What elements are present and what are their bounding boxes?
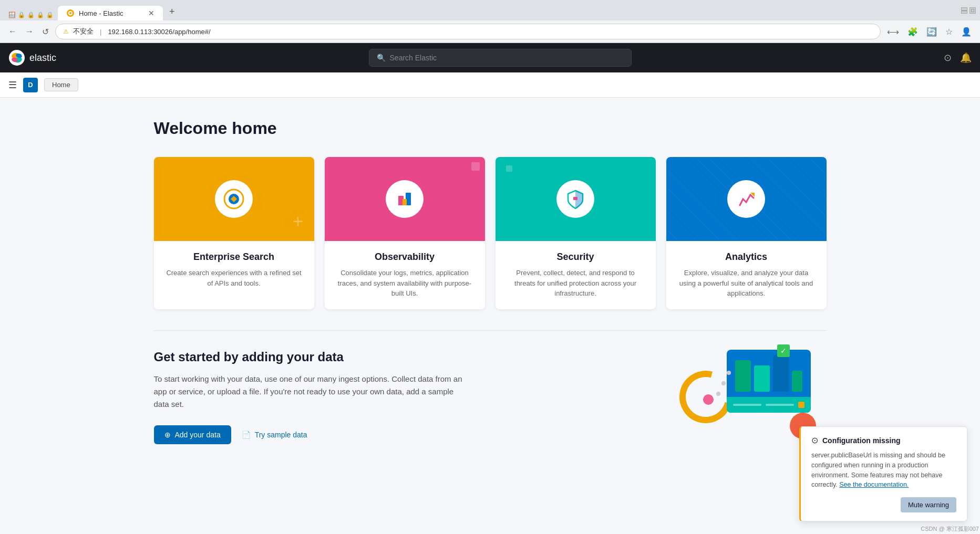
get-started-actions: ⊕ Add your data 📄 Try sample data xyxy=(154,425,648,444)
profile-icon[interactable]: 👤 xyxy=(959,25,974,39)
analytics-icon-circle xyxy=(727,180,765,218)
security-card[interactable]: Security Prevent, collect, detect, and r… xyxy=(496,157,656,309)
observability-icon-circle xyxy=(386,180,424,218)
browser-action-icons: ⟷ 🧩 🔄 ☆ 👤 xyxy=(885,25,974,39)
elastic-logo-icon xyxy=(8,49,25,66)
warning-toast-title: Configuration missing xyxy=(822,436,901,445)
tab-icon-5: 🔒 xyxy=(46,12,54,18)
security-icon xyxy=(565,189,586,210)
illus-line-2 xyxy=(766,404,794,406)
observability-icon xyxy=(394,189,415,210)
illus-dot-orange xyxy=(798,402,804,408)
analytics-card[interactable]: Analytics Explore, visualize, and analyz… xyxy=(666,157,827,309)
home-nav-btn[interactable]: Home xyxy=(44,78,78,91)
illus-screen-bottom xyxy=(727,397,811,413)
reload-button[interactable]: ↺ xyxy=(40,25,51,39)
add-data-label: Add your data xyxy=(175,431,221,439)
hamburger-menu-btn[interactable]: ☰ xyxy=(8,79,17,91)
back-button[interactable]: ← xyxy=(6,25,19,38)
observability-card-image xyxy=(325,157,485,241)
observability-card[interactable]: Observability Consolidate your logs, met… xyxy=(325,157,485,309)
svg-rect-12 xyxy=(403,199,407,205)
tab-title: Home - Elastic xyxy=(79,9,123,17)
nav-avatar[interactable]: D xyxy=(23,78,38,92)
main-content: Welcome home Enterprise Search Cre xyxy=(122,98,858,465)
security-warning-icon: ⚠ xyxy=(63,28,69,35)
warning-toast-header: ⊙ Configuration missing xyxy=(811,435,956,445)
search-bar-wrapper: 🔍 Search Elastic xyxy=(56,49,944,67)
tab-icon-3: 🔒 xyxy=(27,12,35,18)
security-card-image xyxy=(496,157,656,241)
section-divider xyxy=(154,330,827,331)
new-tab-btn[interactable]: + xyxy=(163,3,181,20)
minimize-btn[interactable]: — xyxy=(961,7,967,14)
tab-icon-2: 🔒 xyxy=(18,12,25,18)
elastic-header: elastic 🔍 Search Elastic ⊙ 🔔 xyxy=(0,43,980,72)
warning-toast-body: server.publicBaseUrl is missing and shou… xyxy=(811,451,956,490)
warning-doc-link[interactable]: See the documentation. xyxy=(839,481,909,488)
update-icon[interactable]: 🔄 xyxy=(924,25,939,39)
enterprise-search-card-image xyxy=(154,157,314,241)
enterprise-search-desc: Create search experiences with a refined… xyxy=(164,268,304,288)
try-sample-icon: 📄 xyxy=(242,431,251,439)
browser-tab-bar: 🪟 🔒 🔒 🔒 🔒 Home - Elastic ✕ + xyxy=(0,0,181,20)
tab-icon-4: 🔒 xyxy=(37,12,44,18)
extensions-icon[interactable]: 🧩 xyxy=(905,25,920,39)
tab-favicon xyxy=(66,9,75,17)
enterprise-search-card[interactable]: Enterprise Search Create search experien… xyxy=(154,157,314,309)
maximize-btn[interactable]: □ xyxy=(969,7,976,14)
analytics-desc: Explore, visualize, and analyze your dat… xyxy=(677,268,816,299)
forward-button[interactable]: → xyxy=(23,25,36,38)
add-data-btn[interactable]: ⊕ Add your data xyxy=(154,425,231,444)
illus-line-1 xyxy=(733,404,761,406)
enterprise-search-icon xyxy=(223,189,244,210)
illus-screen xyxy=(727,350,811,413)
try-sample-btn[interactable]: 📄 Try sample data xyxy=(242,431,307,439)
try-sample-label: Try sample data xyxy=(255,431,307,439)
illus-bar-3 xyxy=(773,355,789,392)
illus-dot2-2 xyxy=(727,371,731,375)
get-started-desc: To start working with your data, use one… xyxy=(154,373,469,411)
illus-bar-4 xyxy=(792,371,802,392)
svg-rect-13 xyxy=(573,197,577,200)
analytics-card-body: Analytics Explore, visualize, and analyz… xyxy=(666,241,827,309)
elastic-search-bar[interactable]: 🔍 Search Elastic xyxy=(369,49,632,67)
search-icon: 🔍 xyxy=(377,54,386,62)
security-icon-circle xyxy=(556,180,594,218)
elastic-logo[interactable]: elastic xyxy=(8,49,56,66)
illus-check: ✓ xyxy=(777,344,790,357)
notifications-icon[interactable]: 🔔 xyxy=(960,52,972,64)
illus-dot2-1 xyxy=(721,381,726,385)
header-right-icons: ⊙ 🔔 xyxy=(944,52,972,64)
bookmark-icon[interactable]: ☆ xyxy=(943,25,955,39)
cards-grid: Enterprise Search Create search experien… xyxy=(154,157,827,309)
security-title: Security xyxy=(506,252,645,263)
translate-icon[interactable]: ⟷ xyxy=(885,25,901,39)
illus-bar-2 xyxy=(754,365,770,392)
analytics-card-image xyxy=(666,157,827,241)
url-text: 192.168.0.113:30026/app/home#/ xyxy=(108,28,210,36)
observability-desc: Consolidate your logs, metrics, applicat… xyxy=(335,268,474,299)
get-started-section: Get started by adding your data To start… xyxy=(154,350,827,444)
help-icon[interactable]: ⊙ xyxy=(944,52,952,64)
illus-bar-1 xyxy=(735,360,751,392)
illus-circle-inner xyxy=(703,394,714,405)
browser-toolbar: ← → ↺ ⚠ 不安全 | 192.168.0.113:30026/app/ho… xyxy=(0,20,980,43)
address-bar[interactable]: ⚠ 不安全 | 192.168.0.113:30026/app/home#/ xyxy=(55,24,881,39)
enterprise-search-icon-circle xyxy=(215,180,253,218)
analytics-title: Analytics xyxy=(677,252,816,263)
warning-toast: ⊙ Configuration missing server.publicBas… xyxy=(799,426,967,495)
add-data-icon: ⊕ xyxy=(164,431,171,439)
enterprise-search-card-body: Enterprise Search Create search experien… xyxy=(154,241,314,299)
logo-text: elastic xyxy=(29,53,56,64)
elastic-nav: ☰ D Home xyxy=(0,72,980,98)
security-desc: Prevent, collect, detect, and respond to… xyxy=(506,268,645,299)
close-tab-btn[interactable]: ✕ xyxy=(148,9,154,17)
warning-toast-icon: ⊙ xyxy=(811,435,818,445)
welcome-title: Welcome home xyxy=(154,119,827,138)
observability-card-body: Observability Consolidate your logs, met… xyxy=(325,241,485,309)
active-tab[interactable]: Home - Elastic ✕ xyxy=(58,6,163,20)
illus-dot2-3 xyxy=(716,392,720,396)
svg-point-2 xyxy=(69,12,71,14)
window-controls: — □ xyxy=(957,5,980,16)
